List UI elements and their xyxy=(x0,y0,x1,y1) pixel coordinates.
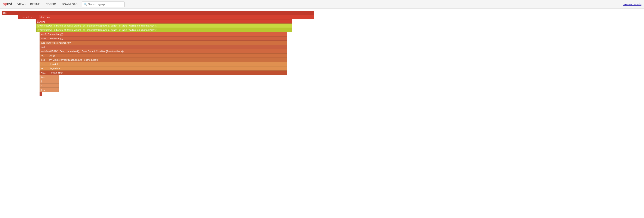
fg-indent xyxy=(2,54,40,58)
menu-download[interactable]: DOWNLOAD xyxy=(60,0,80,8)
fg-indent xyxy=(2,24,36,28)
fg-block[interactable]: take!(::Channel{Any}) xyxy=(40,32,287,36)
fg-block[interactable]: wait() xyxy=(48,54,287,58)
fg-block[interactable]: try_yieldto(::typeof(Base.ensure_resched… xyxy=(48,58,287,62)
table-row: jl_... xyxy=(2,88,318,92)
menu-refine[interactable]: REFINE ▾ xyxy=(28,0,44,8)
fg-block[interactable]: wa... xyxy=(40,70,48,75)
table-row: root xyxy=(2,11,318,15)
table-row: (::...ijl_switch xyxy=(2,62,318,66)
flamegraph: root__psynch_c...start_taskjl_apply(::va… xyxy=(2,11,318,96)
fg-block[interactable]: (::var\"#spawn_a_bunch_of_tasks_waiting_… xyxy=(36,24,292,28)
fg-block[interactable]: va... xyxy=(40,66,48,70)
table-row: take_buffered(::Channel{Any}) xyxy=(2,40,318,45)
fg-indent xyxy=(2,66,40,70)
table-row: take!(::Channel{Any}) xyxy=(2,36,318,40)
fg-block[interactable]: jl_swap_fiber xyxy=(48,70,287,75)
menu-view[interactable]: VIEW ▾ xyxy=(16,0,28,8)
fg-indent xyxy=(2,28,36,32)
fg-block[interactable]: jl_apply xyxy=(36,19,292,24)
fg-block[interactable]: take!(::Channel{Any}) xyxy=(40,36,287,40)
app-logo: pprof xyxy=(2,2,12,6)
table-row: wait xyxy=(2,45,318,49)
table-row: try... xyxy=(2,75,318,79)
table-row: locktry_yieldto(::typeof(Base.ensure_res… xyxy=(2,58,318,62)
fg-indent xyxy=(2,32,40,36)
table-row: ct... xyxy=(2,83,318,88)
chevron-down-icon: ▾ xyxy=(25,3,26,5)
fg-block[interactable]: root xyxy=(2,11,314,15)
fg-block[interactable]: ijl_switch xyxy=(48,62,287,66)
fg-block[interactable]: ijl... xyxy=(40,79,59,83)
unknown-events-link[interactable]: unknown events xyxy=(623,3,642,6)
fg-indent xyxy=(2,79,40,83)
fg-block[interactable] xyxy=(40,92,42,96)
table-row: (::var\"#spawn_a_bunch_of_tasks_waiting_… xyxy=(2,28,318,32)
fg-block[interactable]: take_buffered(::Channel{Any}) xyxy=(40,40,287,45)
fg-block[interactable]: wait xyxy=(40,45,287,49)
table-row xyxy=(2,92,318,96)
table-row: jl_apply xyxy=(2,19,318,24)
fg-block[interactable]: lock xyxy=(40,58,48,62)
table-row: __psynch_c...start_task xyxy=(2,15,318,19)
table-row: (::var\"#spawn_a_bunch_of_tasks_waiting_… xyxy=(2,24,318,28)
table-row: var\"#wait#552\"(::Bool, ::typeof(wait),… xyxy=(2,49,318,54)
fg-indent xyxy=(2,40,40,45)
search-input[interactable] xyxy=(88,3,123,6)
fg-indent xyxy=(2,49,40,54)
fg-indent xyxy=(2,88,40,92)
table-row: va...ctx_switch xyxy=(2,66,318,70)
fg-block[interactable]: rel... xyxy=(40,54,48,58)
fg-indent xyxy=(2,62,40,66)
search-icon: 🔍 xyxy=(84,2,87,6)
menu-config[interactable]: CONFIG ▾ xyxy=(44,0,60,8)
fg-block[interactable]: (::... xyxy=(40,62,48,66)
fg-indent xyxy=(2,92,40,96)
fg-block[interactable]: try... xyxy=(40,75,59,79)
fg-block[interactable]: start_task xyxy=(39,15,314,19)
table-row: wa...jl_swap_fiber xyxy=(2,70,318,75)
fg-block[interactable]: (::var\"#spawn_a_bunch_of_tasks_waiting_… xyxy=(36,28,292,32)
menu-bar: VIEW ▾ REFINE ▾ CONFIG ▾ DOWNLOAD xyxy=(16,0,80,8)
chevron-down-icon: ▾ xyxy=(40,3,42,5)
fg-indent xyxy=(2,45,40,49)
fg-block[interactable]: jl_... xyxy=(40,88,59,92)
fg-indent xyxy=(2,83,40,88)
fg-block[interactable]: ct... xyxy=(40,83,59,88)
fg-indent xyxy=(2,36,40,40)
fg-indent xyxy=(2,15,18,19)
table-row: rel...wait() xyxy=(2,54,318,58)
fg-indent xyxy=(2,19,36,24)
table-row: take!(::Channel{Any}) xyxy=(2,32,318,36)
fg-block[interactable]: __psynch_c... xyxy=(18,15,39,19)
fg-indent xyxy=(2,58,40,62)
toolbar: pprof VIEW ▾ REFINE ▾ CONFIG ▾ DOWNLOAD … xyxy=(0,0,644,8)
fg-block[interactable]: ctx_switch xyxy=(48,66,287,70)
table-row: ijl... xyxy=(2,79,318,83)
chevron-down-icon: ▾ xyxy=(57,3,58,5)
search-box[interactable]: 🔍 xyxy=(82,2,125,7)
main-content: root__psynch_c...start_taskjl_apply(::va… xyxy=(0,8,644,96)
fg-block[interactable]: var\"#wait#552\"(::Bool, ::typeof(wait),… xyxy=(40,49,287,54)
fg-indent xyxy=(2,75,40,79)
fg-indent xyxy=(2,70,40,75)
